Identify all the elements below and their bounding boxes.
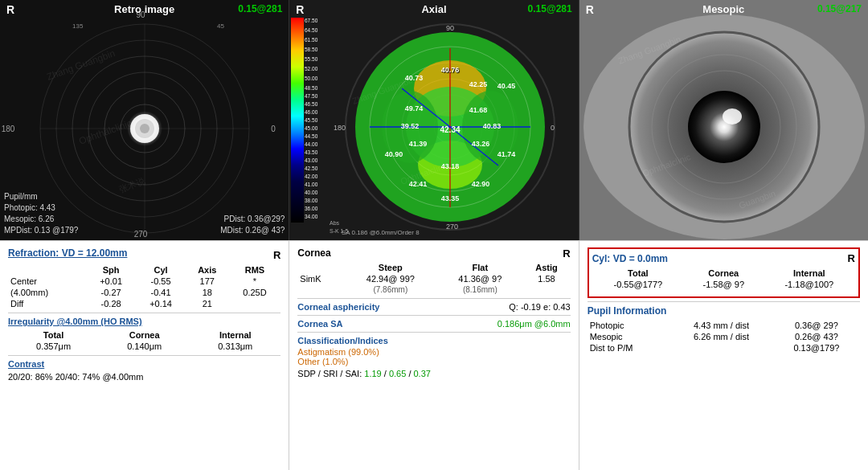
photopic-value: 4.43 mm / dist — [669, 320, 773, 331]
irregularity-values: 0.357μm 0.140μm 0.313μm — [8, 341, 280, 352]
center-rms: * — [229, 276, 281, 287]
cornea-divider-3 — [297, 332, 570, 333]
refraction-panel: Refraction: VD = 12.00mm R Sph Cyl Axis … — [0, 241, 289, 470]
axial-title: Axial — [421, 3, 446, 15]
diff-label: Diff — [8, 298, 86, 309]
asphericity-val: Q: -0.19 e: 0.43 — [509, 302, 570, 312]
contrast-title: Contrast — [8, 359, 280, 369]
svg-text:Abs: Abs — [330, 220, 340, 226]
svg-point-95 — [688, 91, 760, 163]
retro-image: 90 0 270 180 135 45 Zhang Guangbin Ophth… — [0, 0, 289, 240]
cornea-divider-1 — [297, 298, 570, 299]
divider-1 — [8, 313, 280, 313]
mesopic-value: 6.26 mm / dist — [669, 331, 773, 342]
diff-axis: 21 — [186, 298, 229, 309]
svg-point-21 — [140, 124, 149, 133]
retro-reading: 0.15@281 — [238, 3, 282, 14]
svg-text:180: 180 — [334, 124, 346, 132]
cornea-col-flat: Flat — [437, 262, 522, 273]
pupil-mesopic-row: Mesopic 6.26 mm / dist 0.26@ 43? — [588, 331, 860, 342]
sdp-row: SDP / SRI / SAI: 1.19 / 0.65 / 0.37 — [297, 369, 570, 378]
sdp-val1: 1.19 — [364, 369, 381, 378]
col-cyl: Cyl — [136, 264, 186, 276]
svg-text:67.50: 67.50 — [305, 18, 318, 23]
svg-text:52.00: 52.00 — [305, 66, 318, 72]
simk-astig: 1.58 — [522, 273, 570, 284]
axial-r-label: R — [296, 3, 304, 16]
cyl-col-total: Total — [592, 268, 684, 279]
cyl-header: Total Cornea Internal — [592, 268, 855, 279]
svg-text:49.74: 49.74 — [405, 104, 424, 112]
refraction-row-center: Center +0.01 -0.55 177 * — [8, 276, 280, 287]
diff-cyl: +0.14 — [136, 298, 186, 309]
pupil-label: Pupil/mm — [4, 191, 78, 202]
other-label: Other (1.0%) — [297, 357, 570, 366]
disttpm-empty — [669, 342, 773, 354]
svg-text:45.00: 45.00 — [305, 125, 318, 131]
col-empty — [8, 264, 86, 276]
cyl-highlight-box: Cyl: VD = 0.0mm R Total Cornea Internal … — [588, 247, 860, 298]
svg-text:38.00: 38.00 — [305, 198, 318, 203]
refraction-r-label: R — [273, 249, 280, 261]
svg-text:34.00: 34.00 — [305, 214, 318, 219]
mesopic-dist: 0.26@ 43? — [773, 331, 860, 342]
photopic-dist: 0.36@ 29? — [773, 320, 860, 331]
svg-text:43.26: 43.26 — [472, 140, 490, 148]
svg-text:SA 0.186 @6.0mm/Order 8: SA 0.186 @6.0mm/Order 8 — [342, 229, 420, 236]
cyl-table: Total Cornea Internal -0.55@177? -1.58@ … — [592, 268, 855, 290]
svg-text:43.00: 43.00 — [305, 157, 318, 163]
col-sph: Sph — [86, 264, 136, 276]
center-axis: 177 — [186, 276, 229, 287]
cornea-divider-2 — [297, 315, 570, 316]
refraction-row-diff: Diff -0.28 +0.14 21 — [8, 298, 280, 309]
4mm-rms: 0.25D — [229, 287, 281, 298]
cyl-total-val: -0.55@177? — [592, 279, 684, 290]
svg-point-96 — [723, 108, 742, 125]
retro-title: Retro image — [114, 3, 174, 15]
svg-text:S-K 1.5: S-K 1.5 — [330, 228, 348, 234]
divider-2 — [8, 355, 280, 356]
retro-bottom-right: PDist: 0.36@29? MDist: 0.26@ 43? — [220, 214, 285, 236]
cyl-col-cornea: Cornea — [684, 268, 764, 279]
mesopic-label: Mesopic — [588, 331, 670, 342]
mesopic-panel: R Mesopic 0.15@217 — [579, 0, 868, 240]
col-rms: RMS — [229, 264, 281, 276]
svg-text:0: 0 — [551, 124, 555, 132]
axial-svg: 67.50 64.50 61.50 58.50 55.50 52.00 50.0… — [289, 0, 579, 240]
center-cyl: -0.55 — [136, 276, 186, 287]
simk-row: SimK 42.94@ 99? 41.36@ 9? 1.58 — [297, 273, 570, 284]
svg-text:50.00: 50.00 — [305, 76, 318, 81]
contrast-value: 20/20: 86% 20/40: 74% @4.00mm — [8, 372, 280, 382]
svg-text:44.00: 44.00 — [305, 141, 318, 147]
refraction-header-row: Sph Cyl Axis RMS — [8, 264, 280, 276]
diff-sph: -0.28 — [86, 298, 136, 309]
svg-text:42.25: 42.25 — [469, 80, 488, 88]
svg-text:135: 135 — [72, 22, 84, 30]
svg-text:270: 270 — [134, 230, 148, 239]
pupil-photopic-row: Photopic 4.43 mm / dist 0.36@ 29? — [588, 320, 860, 331]
svg-text:270: 270 — [446, 223, 458, 231]
svg-text:90: 90 — [446, 24, 454, 32]
mesopic-title: Mesopic — [702, 3, 744, 15]
cyl-cornea-val: -1.58@ 9? — [684, 279, 764, 290]
pdist-val: PDist: 0.36@29? — [220, 214, 285, 225]
photopic-label: Photopic — [588, 320, 670, 331]
4mm-axis: 18 — [186, 287, 229, 298]
svg-text:40.45: 40.45 — [497, 82, 516, 90]
svg-text:40.76: 40.76 — [441, 66, 460, 74]
disttpm-label: Dist to P/M — [588, 342, 670, 354]
svg-text:46.50: 46.50 — [305, 101, 318, 107]
svg-text:40.00: 40.00 — [305, 190, 318, 195]
main-container: R Retro image 0.15@281 — [0, 0, 868, 470]
svg-text:39.52: 39.52 — [401, 122, 420, 130]
cyl-values-row: -0.55@177? -1.58@ 9? -1.18@100? — [592, 279, 855, 290]
simk-empty — [297, 262, 343, 273]
refraction-title: Refraction: VD = 12.00mm — [8, 247, 127, 259]
svg-text:41.74: 41.74 — [497, 150, 516, 158]
irr-col-total: Total — [8, 329, 99, 341]
irregularity-table: Total Cornea Internal 0.357μm 0.140μm 0.… — [8, 329, 280, 352]
mesopic-svg: Zhang Guangbin Ophthalclinic Guangbin — [579, 0, 868, 240]
svg-text:0: 0 — [271, 125, 276, 133]
cyl-divider-1 — [588, 301, 860, 302]
disttpm-val: 0.13@179? — [773, 342, 860, 354]
